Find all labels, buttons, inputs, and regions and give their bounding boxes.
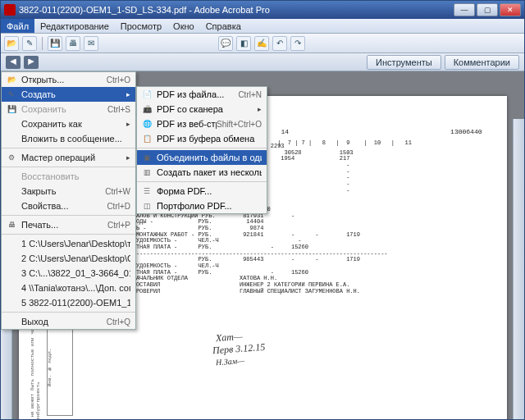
- page-next-button[interactable]: ⯈: [24, 56, 39, 69]
- toolbar-redo-icon[interactable]: ↷: [290, 36, 305, 51]
- tools-panel-button[interactable]: Инструменты: [367, 55, 441, 70]
- file-recent-3[interactable]: 3 C:\...\3822_01_3-3664_011(2200)-OEM1_1…: [2, 266, 135, 281]
- toolbar-sign-icon[interactable]: ✍: [254, 36, 269, 51]
- menubar: Файл Редактирование Просмотр Окно Справк…: [1, 19, 524, 34]
- comments-panel-button[interactable]: Комментарии: [445, 55, 519, 70]
- app-icon: [4, 4, 16, 16]
- create-portfolio[interactable]: ◫Портфолио PDF...: [137, 199, 267, 213]
- pdf-file-icon: 📄: [140, 89, 153, 100]
- create-from-scanner[interactable]: 📠PDF со сканера: [137, 102, 267, 116]
- signature-2: Перв 3.12.15: [212, 342, 265, 357]
- file-create[interactable]: ✎Создать: [2, 87, 135, 102]
- file-menu-dropdown: 📂Открыть...Ctrl+O ✎Создать 💾СохранитьCtr…: [1, 71, 136, 330]
- create-form[interactable]: ☰Форма PDF...: [137, 184, 267, 199]
- file-open[interactable]: 📂Открыть...Ctrl+O: [2, 72, 135, 87]
- file-attach-mail[interactable]: Вложить в сообщение...: [2, 131, 135, 146]
- create-from-web[interactable]: 🌐PDF из веб-страницыShift+Ctrl+O: [137, 116, 267, 131]
- signature-3: Н.Зам—: [215, 356, 244, 367]
- create-from-file[interactable]: 📄PDF из файла...Ctrl+N: [137, 87, 267, 102]
- file-exit[interactable]: ВыходCtrl+Q: [2, 314, 135, 329]
- content-area: 📂Открыть...Ctrl+O ✎Создать 💾СохранитьCtr…: [1, 71, 524, 419]
- menu-help[interactable]: Справка: [200, 19, 247, 33]
- merge-icon: ▣: [140, 152, 153, 163]
- globe-icon: 🌐: [140, 118, 153, 130]
- file-properties[interactable]: Свойства...Ctrl+D: [2, 199, 135, 213]
- toolbar-stamp-icon[interactable]: ◧: [236, 36, 251, 51]
- batch-icon: ▥: [140, 167, 153, 178]
- file-recent-2[interactable]: 2 C:\Users\Jenar\Desktop\Ставки.pdf: [2, 251, 135, 266]
- toolbar: 📂 ✎ 💾 🖶 ✉ 💬 ◧ ✍ ↶ ↷: [1, 34, 524, 53]
- toolbar-separator: [42, 37, 43, 50]
- toolbar-print-icon[interactable]: 🖶: [66, 36, 80, 51]
- portfolio-icon: ◫: [140, 200, 153, 212]
- page-header-left: 14: [281, 129, 290, 136]
- clipboard-icon: 📋: [140, 133, 153, 144]
- navbar: ⯇ ⯈ Инструменты Комментарии: [1, 53, 524, 71]
- page-header-right: 13006440: [450, 129, 482, 136]
- toolbar-create-icon[interactable]: ✎: [22, 36, 37, 51]
- file-revert[interactable]: Восстановить: [2, 169, 135, 184]
- toolbar-open-icon[interactable]: 📂: [4, 36, 19, 51]
- save-icon: 💾: [5, 103, 18, 115]
- file-close[interactable]: ЗакрытьCtrl+W: [2, 184, 135, 199]
- file-recent-1[interactable]: 1 C:\Users\Jenar\Desktop\тнпс.pdf: [2, 236, 135, 251]
- window-close-button[interactable]: ✕: [500, 3, 521, 16]
- create-combine-files[interactable]: ▣Объединить файлы в один документ PDF...: [137, 150, 267, 165]
- create-icon: ✎: [5, 89, 18, 100]
- file-print[interactable]: 🖶Печать...Ctrl+P: [2, 217, 135, 232]
- menu-file[interactable]: Файл: [1, 19, 34, 33]
- print-icon: 🖶: [5, 219, 18, 231]
- file-save[interactable]: 💾СохранитьCtrl+S: [2, 102, 135, 116]
- create-submenu: 📄PDF из файла...Ctrl+N 📠PDF со сканера 🌐…: [136, 86, 267, 214]
- menu-window[interactable]: Окно: [167, 19, 200, 33]
- window-title: 3822-011(2200)-OEM1_1-SD_LS-334.pdf - Ad…: [19, 5, 454, 15]
- form-icon: ☰: [140, 185, 153, 197]
- file-recent-5[interactable]: 5 3822-011(2200)-OEM1_1-SD_LS-409.pdf: [2, 295, 135, 310]
- file-action-wizard[interactable]: ⚙Мастер операций: [2, 150, 135, 165]
- toolbar-speech-icon[interactable]: 💬: [218, 36, 233, 51]
- window-minimize-button[interactable]: —: [454, 3, 475, 16]
- page-prev-button[interactable]: ⯇: [6, 56, 21, 69]
- file-saveas[interactable]: Сохранить как: [2, 116, 135, 131]
- create-batch[interactable]: ▥Создать пакет из нескольких файлов...: [137, 165, 267, 180]
- menu-view[interactable]: Просмотр: [115, 19, 167, 33]
- open-icon: 📂: [5, 74, 18, 85]
- scanner-icon: 📠: [140, 103, 153, 115]
- gear-icon: ⚙: [5, 152, 18, 163]
- toolbar-save-icon[interactable]: 💾: [48, 36, 62, 51]
- toolbar-mail-icon[interactable]: ✉: [84, 36, 98, 51]
- toolbar-undo-icon[interactable]: ↶: [272, 36, 287, 51]
- doc-line: ПРОВЕРИЛ ГЛАВНЫЙ СПЕЦИАЛИСТ ЗАГУМЕННОВА …: [78, 289, 499, 295]
- right-scrollbar[interactable]: [513, 119, 524, 419]
- window-titlebar: 3822-011(2200)-OEM1_1-SD_LS-334.pdf - Ad…: [1, 1, 524, 19]
- menu-edit[interactable]: Редактирование: [34, 19, 115, 33]
- create-from-clipboard[interactable]: 📋PDF из буфера обмена: [137, 131, 267, 146]
- window-maximize-button[interactable]: ▢: [477, 3, 498, 16]
- file-recent-4[interactable]: 4 \\Tania\котанэ\...\Доп. соглашений.pdf: [2, 281, 135, 295]
